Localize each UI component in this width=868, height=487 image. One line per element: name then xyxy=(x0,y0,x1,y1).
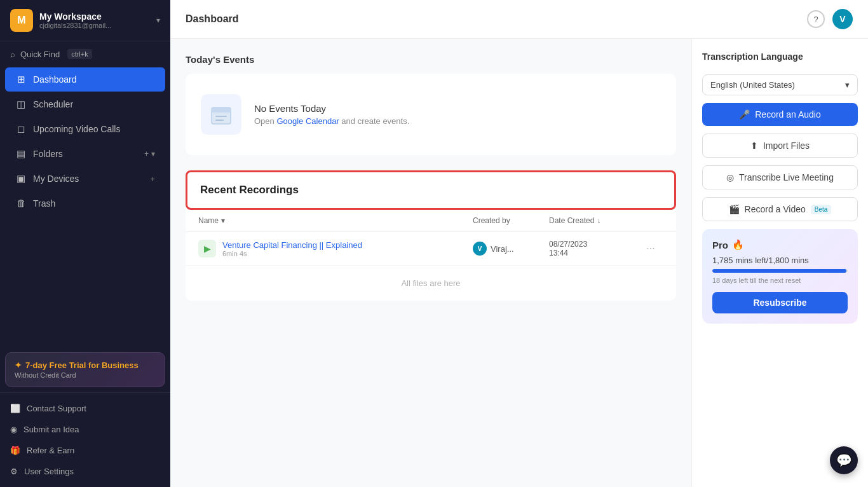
chevron-down-icon: ▾ xyxy=(156,16,160,25)
recording-date: 08/27/2023 xyxy=(549,240,638,249)
beta-badge: Beta xyxy=(811,205,832,214)
col-header-created-by: Created by xyxy=(473,216,549,225)
today-events-title: Today's Events xyxy=(186,54,676,65)
workspace-avatar: M xyxy=(10,9,33,32)
recent-recordings-section: Recent Recordings Name ▾ Created by xyxy=(186,170,676,301)
contact-support-icon: ⬜ xyxy=(10,404,20,413)
sidebar-item-folders[interactable]: ▤ Folders + ▾ xyxy=(5,142,165,166)
submit-idea[interactable]: ◉ Submit an Idea xyxy=(0,419,170,440)
help-button[interactable]: ? xyxy=(807,10,825,28)
recordings-table-header: Name ▾ Created by Date Created ↓ xyxy=(186,210,676,232)
folders-icon: ▤ xyxy=(15,148,27,160)
center-panel: Today's Events No Events Today Open Goog… xyxy=(170,39,691,487)
refer-earn[interactable]: 🎁 Refer & Earn xyxy=(0,440,170,461)
transcription-language-label: Transcription Language xyxy=(702,51,858,62)
folders-add-icon[interactable]: + xyxy=(144,149,149,158)
right-panel: Transcription Language English (United S… xyxy=(691,39,868,487)
sidebar-item-scheduler[interactable]: ◫ Scheduler xyxy=(5,92,165,116)
sidebar-item-label: Folders xyxy=(33,149,138,159)
submit-idea-label: Submit an Idea xyxy=(24,425,79,434)
record-video-button[interactable]: 🎬 Record a Video Beta xyxy=(702,197,858,221)
quick-find-label: Quick Find xyxy=(20,50,60,59)
contact-support[interactable]: ⬜ Contact Support xyxy=(0,398,170,419)
user-avatar[interactable]: V xyxy=(832,9,853,29)
recording-actions-cell: ··· xyxy=(638,243,663,254)
workspace-info: My Workspace cjdigitals2831@gmail... xyxy=(39,11,150,29)
pro-emoji: 🔥 xyxy=(732,239,744,250)
trial-title: ✦ 7-day Free Trial for Business xyxy=(15,360,156,370)
scheduler-icon: ◫ xyxy=(15,99,27,110)
trial-icon: ✦ xyxy=(15,360,22,370)
user-settings-label: User Settings xyxy=(24,467,74,476)
pro-reset-text: 18 days left till the next reset xyxy=(712,277,848,284)
recording-creator-cell: V Viraj... xyxy=(473,242,549,256)
topbar: Dashboard ? V xyxy=(170,0,868,39)
recording-time: 13:44 xyxy=(549,249,638,257)
sort-icon[interactable]: ▾ xyxy=(221,216,225,225)
recording-date-cell: 08/27/2023 13:44 xyxy=(549,240,638,257)
dropdown-chevron-icon: ▾ xyxy=(845,80,850,90)
devices-icon: ▣ xyxy=(15,173,27,184)
selected-language: English (United States) xyxy=(710,80,795,90)
pro-card: Pro 🔥 1,785 mins left/1,800 mins 18 days… xyxy=(702,229,858,324)
folders-expand-icon[interactable]: ▾ xyxy=(151,149,155,158)
col-header-date: Date Created ↓ xyxy=(549,216,638,225)
trash-icon: 🗑 xyxy=(15,198,27,209)
sidebar-item-label: Scheduler xyxy=(33,99,155,109)
upload-icon: ⬆ xyxy=(750,141,758,151)
video-icon: 🎬 xyxy=(729,204,740,214)
search-icon: ⌕ xyxy=(10,50,15,59)
resubscribe-button[interactable]: Resubscribe xyxy=(712,292,848,313)
no-events-icon xyxy=(201,94,241,135)
workspace-email: cjdigitals2831@gmail... xyxy=(39,22,150,29)
user-settings[interactable]: ⚙ User Settings xyxy=(0,461,170,482)
today-events-card: No Events Today Open Google Calendar and… xyxy=(186,74,676,155)
microphone-icon: 🎤 xyxy=(739,109,750,120)
pro-progress-bar xyxy=(712,269,848,273)
sidebar-item-my-devices[interactable]: ▣ My Devices + xyxy=(5,167,165,191)
recording-info: Venture Capital Financing || Explained 6… xyxy=(222,240,362,257)
sidebar-item-trash[interactable]: 🗑 Trash xyxy=(5,191,165,215)
all-files-note: All files are here xyxy=(186,266,676,301)
transcribe-live-button[interactable]: ◎ Transcribe Live Meeting xyxy=(702,165,858,189)
more-options-button[interactable]: ··· xyxy=(646,243,654,254)
no-events-heading: No Events Today xyxy=(254,103,409,114)
record-audio-button[interactable]: 🎤 Record an Audio xyxy=(702,103,858,126)
dashboard-icon: ⊞ xyxy=(15,74,27,85)
col-header-name: Name ▾ xyxy=(198,216,473,225)
sidebar-item-label: Trash xyxy=(33,198,155,209)
svg-rect-1 xyxy=(212,107,231,113)
workspace-header[interactable]: M My Workspace cjdigitals2831@gmail... ▾ xyxy=(0,0,170,41)
sidebar-item-label: Dashboard xyxy=(33,74,155,85)
recent-recordings-title: Recent Recordings xyxy=(200,184,299,196)
creator-name: Viraj... xyxy=(491,244,514,254)
table-row: ▶ Venture Capital Financing || Explained… xyxy=(186,232,676,266)
pro-progress-fill xyxy=(712,269,846,273)
language-dropdown[interactable]: English (United States) ▾ xyxy=(702,74,858,95)
refer-earn-label: Refer & Earn xyxy=(27,446,74,455)
quick-find[interactable]: ⌕ Quick Find ctrl+k xyxy=(0,41,170,67)
main-content: Dashboard ? V Today's Events N xyxy=(170,0,868,487)
topbar-actions: ? V xyxy=(807,9,853,29)
recording-title[interactable]: Venture Capital Financing || Explained xyxy=(222,240,362,250)
chat-icon: 💬 xyxy=(836,453,852,468)
google-calendar-link[interactable]: Google Calendar xyxy=(276,116,339,126)
recent-recordings-header: Recent Recordings xyxy=(186,170,676,210)
sidebar: M My Workspace cjdigitals2831@gmail... ▾… xyxy=(0,0,170,487)
pro-title: Pro xyxy=(712,240,728,250)
recording-file-icon: ▶ xyxy=(198,240,216,257)
recording-name-cell: ▶ Venture Capital Financing || Explained… xyxy=(198,240,473,257)
trial-banner[interactable]: ✦ 7-day Free Trial for Business Without … xyxy=(5,352,165,387)
creator-avatar: V xyxy=(473,242,487,256)
trial-subtitle: Without Credit Card xyxy=(15,371,156,379)
sort-date-icon[interactable]: ↓ xyxy=(597,216,600,225)
sidebar-item-video-calls[interactable]: ◻ Upcoming Video Calls xyxy=(5,117,165,141)
chat-bubble[interactable]: 💬 xyxy=(830,446,858,474)
quick-find-shortcut: ctrl+k xyxy=(67,49,92,59)
workspace-name: My Workspace xyxy=(39,11,150,22)
sidebar-item-dashboard[interactable]: ⊞ Dashboard xyxy=(5,67,165,92)
sidebar-item-label: My Devices xyxy=(33,174,144,184)
devices-add-icon[interactable]: + xyxy=(150,174,155,184)
video-calls-icon: ◻ xyxy=(15,123,27,135)
import-files-button[interactable]: ⬆ Import Files xyxy=(702,134,858,158)
